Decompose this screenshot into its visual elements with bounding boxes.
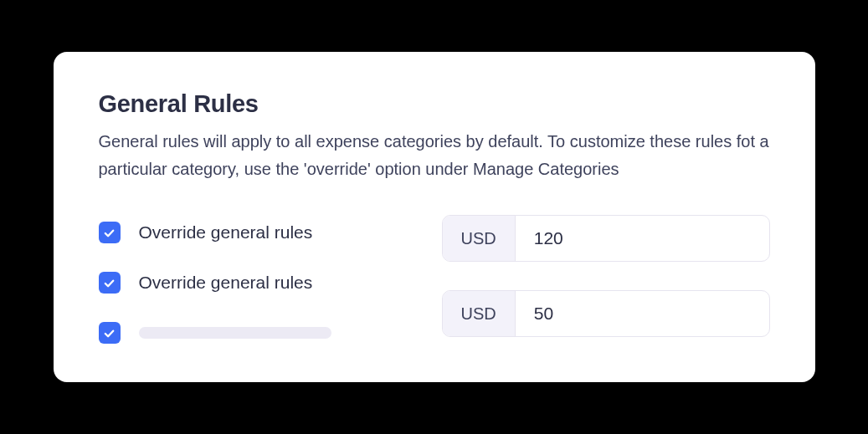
placeholder-label (139, 327, 331, 339)
checkmark-icon (103, 277, 116, 289)
checkbox-label-0: Override general rules (139, 222, 313, 243)
checkbox-override-1[interactable] (99, 272, 121, 294)
currency-input-0[interactable]: USD 120 (442, 215, 770, 262)
checkbox-item-1: Override general rules (99, 272, 408, 294)
checkbox-override-2[interactable] (99, 322, 121, 344)
checkmark-icon (103, 227, 116, 239)
currency-prefix-1: USD (443, 291, 516, 336)
checkbox-override-0[interactable] (99, 222, 121, 243)
checkbox-item-2 (99, 322, 408, 344)
checkmark-icon (103, 327, 116, 340)
checkbox-label-1: Override general rules (139, 273, 313, 293)
currency-value-0[interactable]: 120 (516, 216, 769, 261)
checkbox-item-0: Override general rules (99, 222, 408, 243)
general-rules-card: General Rules General rules will apply t… (54, 52, 815, 382)
card-description: General rules will apply to all expense … (99, 128, 770, 183)
content-row: Override general rules Override general … (99, 215, 770, 344)
currency-value-1[interactable]: 50 (516, 291, 769, 336)
currency-column: USD 120 USD 50 (442, 215, 770, 344)
currency-input-1[interactable]: USD 50 (442, 290, 770, 337)
card-title: General Rules (99, 90, 770, 118)
currency-prefix-0: USD (443, 216, 516, 261)
checkbox-column: Override general rules Override general … (99, 215, 408, 344)
